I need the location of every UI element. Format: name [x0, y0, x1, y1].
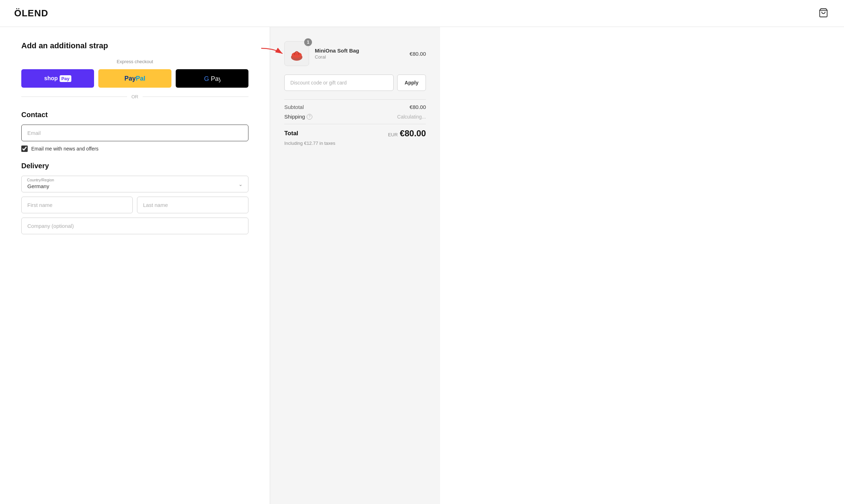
gpay-button[interactable]: G Pay	[176, 69, 248, 88]
country-select[interactable]: Germany	[21, 176, 248, 192]
discount-row: Apply	[284, 75, 426, 91]
additional-strap-title: Add an additional strap	[21, 41, 248, 50]
subtotal-label: Subtotal	[284, 104, 304, 110]
shopify-pay-button[interactable]: shop Pay	[21, 69, 94, 88]
email-news-row: Email me with news and offers	[21, 146, 248, 152]
last-name-field[interactable]	[137, 197, 248, 213]
contact-title: Contact	[21, 111, 248, 119]
express-buttons: shop Pay PayPal G Pay	[21, 69, 248, 88]
shipping-value: Calculating...	[397, 114, 426, 120]
total-row: Total EUR €80.00	[284, 128, 426, 138]
express-checkout-label: Express checkout	[21, 59, 248, 64]
left-panel: Add an additional strap Express checkout…	[0, 27, 270, 504]
total-value: €80.00	[400, 128, 426, 138]
divider-bottom	[284, 124, 426, 124]
or-divider: OR	[21, 94, 248, 99]
shipping-label-wrapper: Shipping ?	[284, 114, 312, 120]
subtotal-value: €80.00	[410, 104, 426, 110]
product-image-wrapper: 1	[284, 41, 309, 66]
product-price: €80.00	[410, 51, 426, 57]
email-news-checkbox[interactable]	[21, 146, 28, 152]
cart-icon	[818, 8, 828, 18]
discount-input[interactable]	[284, 75, 394, 91]
shipping-row: Shipping ? Calculating...	[284, 114, 426, 120]
product-info: MiniOna Soft Bag Coral	[315, 48, 404, 60]
shopify-pay-shop-text: shop	[44, 75, 57, 82]
product-variant: Coral	[315, 54, 404, 60]
shipping-info-icon[interactable]: ?	[307, 114, 312, 120]
red-arrow-annotation	[259, 46, 284, 61]
shopify-pay-badge: Pay	[60, 75, 71, 82]
total-label: Total	[284, 130, 298, 137]
gpay-logo: G Pay	[203, 74, 220, 83]
divider-top	[284, 99, 426, 100]
paypal-button[interactable]: PayPal	[98, 69, 171, 88]
total-currency: EUR	[388, 132, 398, 137]
email-field[interactable]	[21, 125, 248, 141]
total-value-group: EUR €80.00	[388, 128, 426, 138]
product-quantity-badge: 1	[304, 38, 312, 46]
name-row	[21, 197, 248, 213]
logo: ÖLEND	[14, 8, 48, 19]
or-text: OR	[131, 94, 138, 99]
product-name: MiniOna Soft Bag	[315, 48, 404, 54]
company-field[interactable]	[21, 218, 248, 234]
main-container: Add an additional strap Express checkout…	[0, 27, 844, 504]
bag-illustration	[288, 45, 305, 62]
paypal-logo: PayPal	[124, 75, 145, 82]
subtotal-row: Subtotal €80.00	[284, 104, 426, 110]
first-name-field[interactable]	[21, 197, 133, 213]
cart-button[interactable]	[817, 6, 830, 20]
delivery-title: Delivery	[21, 162, 248, 170]
email-news-label[interactable]: Email me with news and offers	[31, 146, 99, 152]
apply-button[interactable]: Apply	[397, 75, 426, 91]
shipping-label: Shipping	[284, 114, 305, 120]
right-panel: 1 MiniOna Soft Bag Coral €80.00 Apply Su…	[270, 27, 440, 504]
svg-text:G Pay: G Pay	[204, 75, 220, 82]
country-region-wrapper: Country/Region Germany ⌄	[21, 176, 248, 192]
header: ÖLEND	[0, 0, 844, 27]
product-row: 1 MiniOna Soft Bag Coral €80.00	[284, 41, 426, 66]
tax-note: Including €12.77 in taxes	[284, 141, 426, 146]
